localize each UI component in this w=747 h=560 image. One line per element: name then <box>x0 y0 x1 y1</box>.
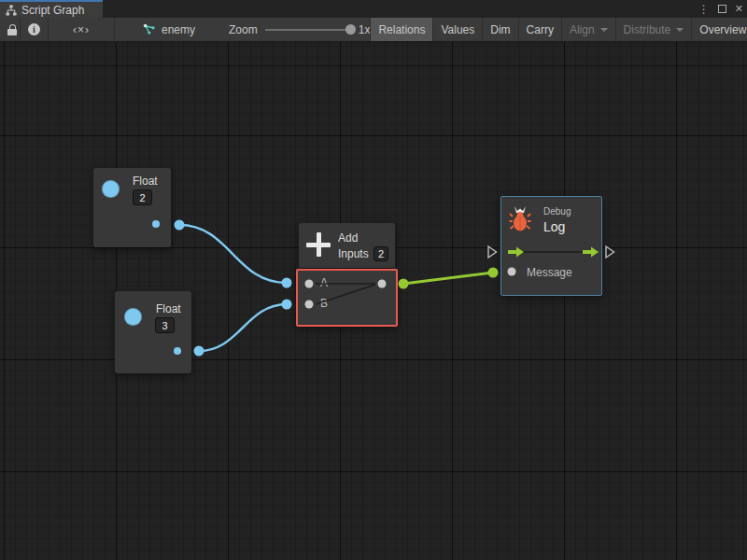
wire-endpoint[interactable] <box>282 300 292 310</box>
zoom-control: Zoom 1x <box>229 18 370 41</box>
float-node-2[interactable]: Float 3 <box>115 291 191 373</box>
info-button[interactable]: i <box>21 18 49 41</box>
carry-label: Carry <box>527 23 554 36</box>
node-title: Add <box>338 231 358 245</box>
graph-breadcrumb[interactable]: enemy <box>135 18 203 41</box>
menu-icon[interactable]: ⋮ <box>698 4 710 15</box>
float-type-icon <box>124 308 142 326</box>
align-dropdown[interactable]: Align <box>561 18 615 41</box>
zoom-value: 1x <box>359 23 371 36</box>
wire-endpoint[interactable] <box>488 268 499 278</box>
graph-toolbar: i ‹×› enemy Zoom 1x Relations Values Dim… <box>0 18 747 42</box>
node-category: Debug <box>543 206 571 217</box>
float-value-field[interactable]: 3 <box>155 317 175 333</box>
add-node-header[interactable]: Add Inputs 2 <box>299 223 395 268</box>
zoom-slider[interactable] <box>265 29 351 31</box>
flow-exit-triangle[interactable] <box>606 246 614 258</box>
overview-button[interactable]: Overview <box>691 18 747 41</box>
add-node-body-selected[interactable]: A B <box>296 269 398 327</box>
distribute-label: Distribute <box>624 23 671 36</box>
wire-float2-to-b[interactable] <box>199 304 287 351</box>
align-label: Align <box>570 23 595 36</box>
input-a-label: A <box>320 276 328 289</box>
node-title: Float <box>156 302 181 315</box>
float-value-field[interactable]: 2 <box>133 189 152 205</box>
chevron-down-icon <box>600 28 608 32</box>
graph-canvas[interactable]: Float 2 Float 3 Add Inputs 2 A B <box>0 42 747 560</box>
carry-toggle[interactable]: Carry <box>518 18 561 41</box>
inputs-count-field[interactable]: 2 <box>374 246 388 261</box>
maximize-icon[interactable] <box>718 5 726 13</box>
relations-label: Relations <box>378 23 425 36</box>
debug-log-node[interactable]: Debug Log Message <box>500 196 602 296</box>
zoom-label: Zoom <box>229 23 258 36</box>
message-port-label: Message <box>527 266 572 279</box>
graph-asset-icon <box>143 23 156 35</box>
dim-label: Dim <box>490 23 510 36</box>
values-toggle[interactable]: Values <box>432 18 482 41</box>
tab-script-graph[interactable]: Script Graph <box>0 0 103 18</box>
float-node-1[interactable]: Float 2 <box>93 168 171 247</box>
code-icon: ‹×› <box>56 23 106 36</box>
wire-float1-to-a[interactable] <box>179 225 287 283</box>
overview-label: Overview <box>699 23 746 36</box>
float-type-icon <box>102 180 120 198</box>
zoom-slider-handle[interactable] <box>345 24 356 35</box>
distribute-dropdown[interactable]: Distribute <box>615 18 692 41</box>
chevron-down-icon <box>676 28 684 32</box>
graph-name: enemy <box>162 23 195 36</box>
dim-toggle[interactable]: Dim <box>482 18 517 41</box>
info-icon: i <box>28 23 40 35</box>
wire-endpoint[interactable] <box>399 279 409 289</box>
code-view-button[interactable]: ‹×› <box>49 18 115 41</box>
wire-endpoint[interactable] <box>194 346 204 357</box>
wire-endpoint[interactable] <box>175 220 185 231</box>
flow-entry-triangle[interactable] <box>488 246 497 258</box>
bug-icon <box>509 206 531 232</box>
window-controls: ⋮ ✕ <box>698 0 743 18</box>
add-plus-icon <box>306 232 331 257</box>
lock-icon <box>7 24 12 35</box>
node-title: Float <box>133 175 158 188</box>
node-title: Log <box>543 219 565 234</box>
inputs-label: Inputs <box>338 247 369 260</box>
close-icon[interactable]: ✕ <box>735 4 743 14</box>
wire-sum-to-message[interactable] <box>403 273 493 284</box>
input-b-label: B <box>320 297 328 310</box>
wire-endpoint[interactable] <box>282 278 292 288</box>
tab-bar: Script Graph ⋮ ✕ <box>0 0 747 18</box>
relations-toggle[interactable]: Relations <box>370 18 432 41</box>
graph-tree-icon <box>6 5 17 16</box>
tab-title: Script Graph <box>21 4 84 17</box>
lock-button[interactable] <box>0 18 21 41</box>
values-label: Values <box>441 23 474 36</box>
script-graph-window: Script Graph ⋮ ✕ i ‹×› enemy Z <box>0 0 747 560</box>
